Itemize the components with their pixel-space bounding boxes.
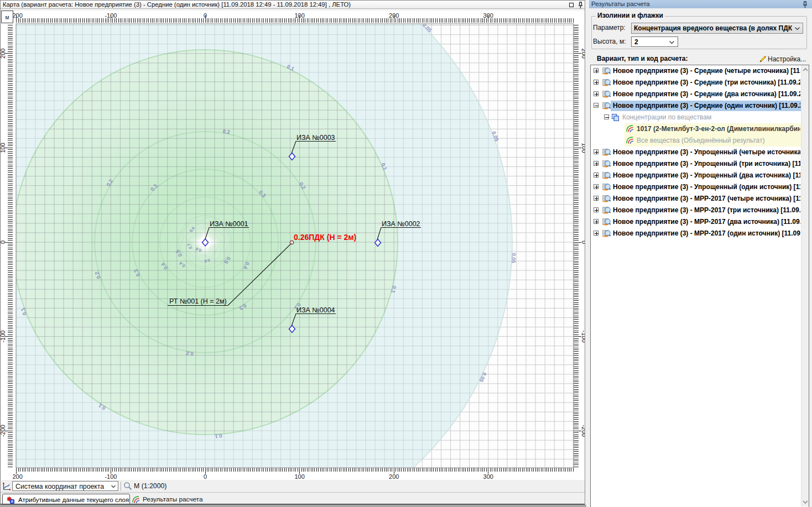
svg-text:0: 0 [581, 241, 585, 244]
svg-text:0: 0 [204, 12, 207, 19]
svg-text:-100: -100 [1, 331, 6, 343]
svg-text:0.1: 0.1 [214, 433, 222, 440]
svg-text:300: 300 [483, 473, 493, 480]
svg-text:0.2: 0.2 [222, 128, 231, 135]
svg-text:-100: -100 [105, 473, 117, 480]
svg-text:РТ №001 (Н = 2м): РТ №001 (Н = 2м) [169, 297, 227, 305]
svg-text:200: 200 [389, 12, 399, 19]
svg-text:ИЗА №0002: ИЗА №0002 [382, 220, 420, 228]
svg-text:-100: -100 [105, 12, 117, 19]
svg-text:200: 200 [389, 473, 399, 480]
svg-text:м: м [6, 14, 9, 20]
svg-text:0: 0 [1, 241, 6, 244]
svg-text:ИЗА №0001: ИЗА №0001 [210, 220, 248, 228]
svg-text:100: 100 [1, 143, 6, 153]
svg-text:200: 200 [1, 49, 6, 59]
svg-text:100: 100 [581, 143, 585, 153]
svg-text:100: 100 [294, 12, 304, 19]
svg-text:-100: -100 [581, 331, 585, 343]
svg-text:0: 0 [204, 473, 207, 480]
svg-text:0.2: 0.2 [186, 351, 194, 357]
svg-text:ИЗА №0004: ИЗА №0004 [296, 306, 335, 314]
svg-text:-200: -200 [1, 425, 6, 437]
svg-text:0.05: 0.05 [511, 253, 517, 264]
svg-text:300: 300 [483, 12, 493, 19]
svg-text:-200: -200 [581, 425, 585, 437]
svg-text:ИЗА №0003: ИЗА №0003 [296, 134, 335, 142]
svg-text:0.26ПДК (Н = 2м): 0.26ПДК (Н = 2м) [294, 233, 356, 242]
svg-text:100: 100 [294, 473, 304, 480]
svg-text:200: 200 [581, 49, 585, 59]
